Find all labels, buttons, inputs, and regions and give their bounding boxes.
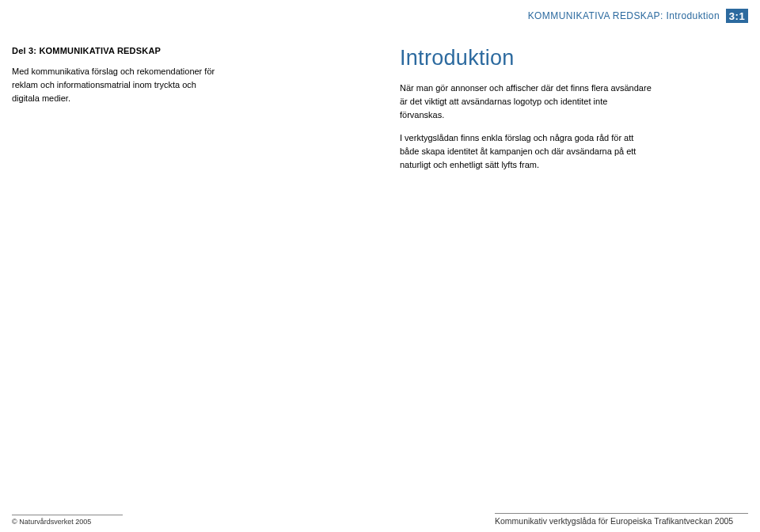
paragraph-1: När man gör annonser och affischer där d… bbox=[400, 82, 653, 122]
footer-copyright: © Naturvårdsverket 2005 bbox=[12, 515, 123, 526]
page-footer: © Naturvårdsverket 2005 Kommunikativ ver… bbox=[12, 513, 748, 526]
intro-paragraph: Med kommunikativa förslag och rekomenda­… bbox=[12, 65, 222, 105]
header-title: KOMMUNIKATIVA REDSKAP: Introduktion bbox=[528, 10, 720, 21]
page-title: Introduktion bbox=[400, 46, 653, 70]
content-area: Del 3: KOMMUNIKATIVA REDSKAP Med kommuni… bbox=[12, 46, 748, 181]
page-number-badge: 3:1 bbox=[726, 9, 748, 23]
left-column: Del 3: KOMMUNIKATIVA REDSKAP Med kommuni… bbox=[12, 46, 241, 181]
paragraph-2: I verktygslådan finns enkla förslag och … bbox=[400, 131, 653, 172]
page-header: KOMMUNIKATIVA REDSKAP: Introduktion 3:1 bbox=[528, 9, 748, 23]
footer-doc-title: Kommunikativ verktygslåda för Europeiska… bbox=[495, 513, 748, 526]
right-column: Introduktion När man gör annonser och af… bbox=[400, 46, 653, 181]
section-label: Del 3: KOMMUNIKATIVA REDSKAP bbox=[12, 46, 222, 55]
